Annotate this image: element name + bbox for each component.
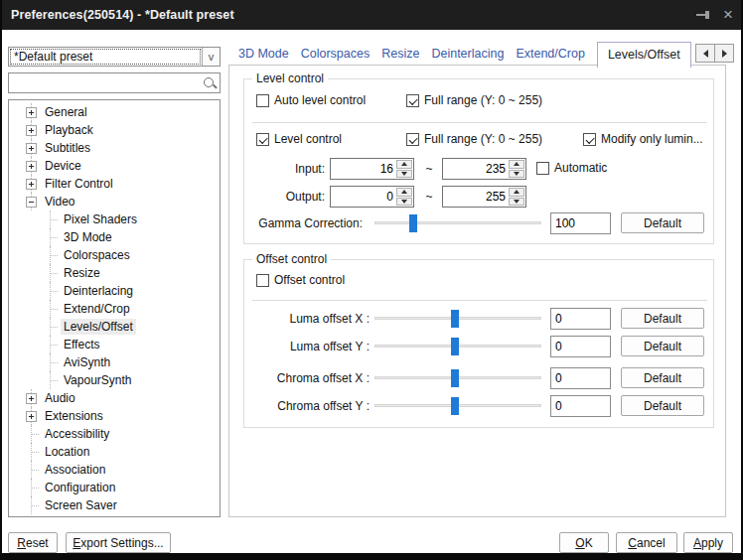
- gamma-correction-slider[interactable]: [374, 212, 541, 234]
- tree-item-colorspaces[interactable]: Colorspaces: [9, 246, 220, 264]
- input-to-field[interactable]: [443, 159, 508, 179]
- search-input[interactable]: [9, 76, 203, 90]
- expand-icon[interactable]: [26, 411, 37, 422]
- spin-down-button[interactable]: [509, 198, 524, 207]
- modify-only-luminance-checkbox[interactable]: Modify only lumin...: [583, 133, 703, 146]
- expand-icon[interactable]: [26, 393, 37, 404]
- luma-offset-x-value-field[interactable]: [550, 308, 611, 330]
- combo-dropdown-button[interactable]: v: [202, 48, 220, 66]
- tree-item-location[interactable]: Location: [9, 443, 220, 461]
- luma-offset-y-slider[interactable]: [374, 336, 541, 357]
- slider-thumb[interactable]: [451, 369, 459, 387]
- luma-offset-y-default-button[interactable]: Default: [621, 336, 704, 356]
- spin-up-button[interactable]: [509, 160, 524, 169]
- tree-item-label: Screen Saver: [42, 497, 120, 513]
- chroma-offset-y-value-field[interactable]: [550, 395, 611, 417]
- tree-item-filter-control[interactable]: Filter Control: [9, 175, 220, 193]
- chroma-offset-x-value-field[interactable]: [550, 367, 611, 389]
- spin-down-button[interactable]: [396, 170, 412, 179]
- gamma-default-button[interactable]: Default: [621, 212, 704, 233]
- tab-deinterlacing[interactable]: Deinterlacing: [431, 41, 504, 67]
- expand-icon[interactable]: [26, 107, 37, 118]
- tree-item-playback[interactable]: Playback: [9, 121, 220, 139]
- tab-scroll-left-button[interactable]: [695, 44, 715, 63]
- apply-button[interactable]: Apply: [683, 532, 733, 553]
- offset-control-checkbox[interactable]: Offset control: [256, 274, 345, 287]
- tree-item-levels-offset[interactable]: Levels/Offset: [9, 318, 220, 336]
- tree-item-effects[interactable]: Effects: [9, 336, 220, 353]
- tree-item-avisynth[interactable]: AviSynth: [9, 353, 220, 371]
- slider-track: [374, 221, 541, 224]
- expand-icon[interactable]: [26, 179, 37, 190]
- cancel-button[interactable]: Cancel: [616, 532, 677, 553]
- luma-offset-x-row: Luma offset X :Default: [244, 308, 715, 330]
- gamma-correction-value-field[interactable]: [550, 212, 611, 234]
- preset-select-value: *Default preset: [10, 49, 201, 65]
- tree-item-accessibility[interactable]: Accessibility: [9, 425, 220, 443]
- tab-levels-offset[interactable]: Levels/Offset: [597, 42, 691, 68]
- chroma-offset-y-default-button[interactable]: Default: [621, 395, 704, 416]
- tree-item-extend-crop[interactable]: Extend/Crop: [9, 300, 220, 318]
- luma-offset-y-value-field[interactable]: [550, 336, 611, 357]
- slider-thumb[interactable]: [451, 397, 459, 415]
- input-label: Input:: [244, 158, 325, 180]
- output-to-field[interactable]: [443, 187, 508, 207]
- tab-extend-crop[interactable]: Extend/Crop: [516, 41, 584, 67]
- tree-item-label: Colorspaces: [61, 247, 133, 263]
- auto-level-control-checkbox[interactable]: Auto level control: [256, 94, 366, 107]
- spin-down-button[interactable]: [509, 170, 524, 179]
- ok-button[interactable]: OK: [559, 532, 609, 553]
- close-icon[interactable]: ×: [723, 8, 733, 22]
- tab-resize[interactable]: Resize: [381, 41, 419, 67]
- automatic-checkbox[interactable]: Automatic: [536, 162, 607, 175]
- gamma-correction-row: Gamma Correction: Default: [244, 212, 715, 234]
- tree-item-configuration[interactable]: Configuration: [9, 479, 220, 496]
- slider-thumb[interactable]: [451, 338, 459, 355]
- input-level-row: Input: ~ Automatic: [244, 158, 715, 180]
- preset-select[interactable]: *Default preset v: [8, 47, 221, 67]
- spin-up-button[interactable]: [509, 188, 524, 197]
- tree-item-screen-saver[interactable]: Screen Saver: [9, 496, 220, 514]
- title-bar[interactable]: Preferences(250514) - *Default preset ×: [0, 0, 743, 30]
- tree-item-video[interactable]: Video: [9, 193, 220, 210]
- full-range-checkbox[interactable]: Full range (Y: 0 ~ 255): [406, 133, 542, 146]
- spin-down-button[interactable]: [396, 198, 412, 207]
- full-range-top-checkbox[interactable]: Full range (Y: 0 ~ 255): [406, 94, 542, 107]
- chroma-offset-x-slider[interactable]: [374, 367, 541, 389]
- output-from-field[interactable]: [331, 187, 395, 207]
- chroma-offset-y-slider[interactable]: [374, 395, 541, 417]
- tree-item-label: Device: [42, 158, 84, 174]
- tree-item-extensions[interactable]: Extensions: [9, 407, 220, 425]
- spin-up-button[interactable]: [396, 160, 412, 169]
- chroma-offset-x-default-button[interactable]: Default: [621, 367, 704, 388]
- luma-offset-x-slider[interactable]: [374, 308, 541, 330]
- tree-item-subtitles[interactable]: Subtitles: [9, 139, 220, 157]
- expand-icon[interactable]: [26, 143, 37, 154]
- tree-connector: [31, 488, 39, 489]
- tree-item-3d-mode[interactable]: 3D Mode: [9, 228, 220, 246]
- slider-thumb[interactable]: [409, 214, 417, 232]
- tree-item-resize[interactable]: Resize: [9, 264, 220, 282]
- tree-item-association[interactable]: Association: [9, 461, 220, 479]
- expand-icon[interactable]: [26, 161, 37, 172]
- tab-3d-mode[interactable]: 3D Mode: [238, 41, 289, 67]
- tab-scroll-right-button[interactable]: [714, 44, 734, 63]
- expand-icon[interactable]: [26, 125, 37, 136]
- tree-item-audio[interactable]: Audio: [9, 389, 220, 407]
- pin-icon[interactable]: [696, 8, 711, 22]
- tree-item-label: Audio: [42, 390, 78, 406]
- input-from-field[interactable]: [331, 159, 395, 179]
- tree-item-general[interactable]: General: [9, 103, 220, 121]
- level-control-checkbox[interactable]: Level control: [256, 133, 342, 146]
- spin-up-button[interactable]: [396, 188, 412, 197]
- luma-offset-x-default-button[interactable]: Default: [621, 308, 704, 329]
- tree-item-vapoursynth[interactable]: VapourSynth: [9, 371, 220, 389]
- tree-item-deinterlacing[interactable]: Deinterlacing: [9, 282, 220, 300]
- reset-button[interactable]: Reset: [8, 532, 58, 553]
- tab-colorspaces[interactable]: Colorspaces: [301, 41, 370, 67]
- collapse-icon[interactable]: [26, 197, 37, 208]
- export-settings-button[interactable]: Export Settings...: [66, 532, 171, 553]
- tree-item-pixel-shaders[interactable]: Pixel Shaders: [9, 210, 220, 228]
- slider-thumb[interactable]: [451, 310, 459, 328]
- tree-item-device[interactable]: Device: [9, 157, 220, 175]
